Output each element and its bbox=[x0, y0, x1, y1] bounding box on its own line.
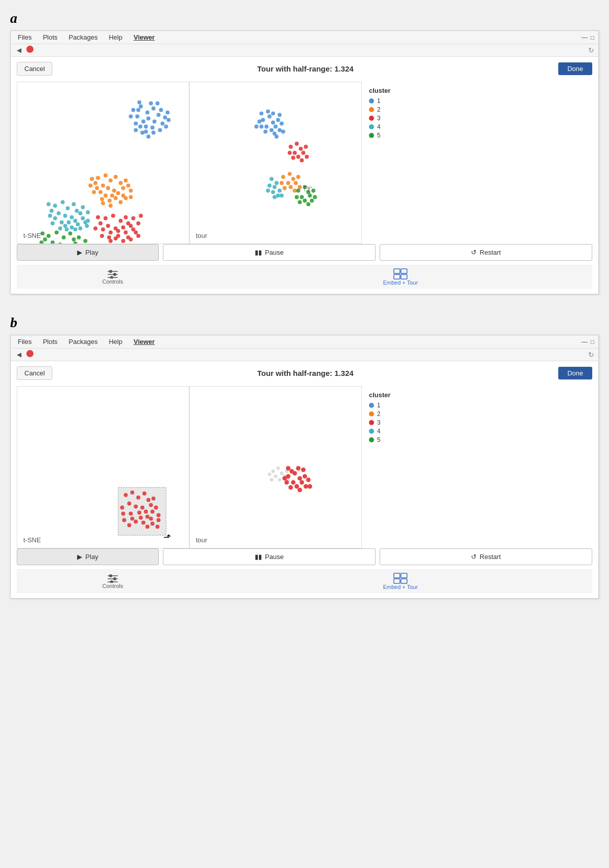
maximize-icon-a[interactable]: □ bbox=[591, 34, 594, 41]
stop-icon-a[interactable] bbox=[26, 46, 33, 55]
svg-point-179 bbox=[288, 172, 292, 176]
svg-point-0 bbox=[131, 108, 136, 112]
refresh-icon-b[interactable]: ↻ bbox=[588, 351, 594, 359]
svg-point-242 bbox=[139, 515, 143, 519]
svg-point-233 bbox=[120, 506, 124, 510]
svg-point-225 bbox=[137, 496, 141, 500]
svg-point-1 bbox=[139, 105, 143, 109]
svg-point-278 bbox=[296, 466, 300, 471]
svg-point-60 bbox=[104, 216, 108, 220]
svg-point-100 bbox=[50, 209, 54, 213]
svg-point-177 bbox=[300, 158, 304, 162]
svg-point-249 bbox=[150, 522, 154, 526]
svg-point-11 bbox=[149, 101, 153, 106]
svg-point-80 bbox=[107, 235, 111, 239]
svg-rect-219 bbox=[401, 269, 407, 273]
svg-point-73 bbox=[109, 230, 113, 234]
tour-cluster1-a bbox=[254, 110, 285, 139]
svg-point-40 bbox=[98, 190, 103, 194]
svg-point-206 bbox=[303, 199, 307, 203]
cancel-button-b[interactable]: Cancel bbox=[17, 366, 52, 380]
minimize-icon-a[interactable]: — bbox=[582, 34, 588, 41]
menu-packages-a[interactable]: Packages bbox=[65, 32, 100, 42]
svg-point-281 bbox=[308, 484, 312, 489]
menu-packages-b[interactable]: Packages bbox=[65, 337, 100, 346]
svg-point-273 bbox=[288, 485, 293, 490]
pause-button-b[interactable]: ▮▮ Pause bbox=[163, 548, 376, 565]
menu-viewer-b[interactable]: Viewer bbox=[130, 337, 158, 346]
svg-point-160 bbox=[266, 110, 270, 114]
svg-point-238 bbox=[154, 506, 158, 510]
svg-point-15 bbox=[139, 124, 143, 128]
svg-point-275 bbox=[306, 477, 311, 482]
plot-label-left-b: t-SNE bbox=[23, 536, 41, 544]
svg-point-49 bbox=[90, 177, 94, 181]
restart-button-b[interactable]: ↺ Restart bbox=[380, 548, 592, 565]
back-icon-a[interactable]: ◀ bbox=[15, 46, 23, 55]
menu-files-b[interactable]: Files bbox=[15, 337, 35, 346]
svg-point-56 bbox=[92, 190, 96, 194]
menu-plots-a[interactable]: Plots bbox=[40, 32, 60, 42]
menu-viewer-a[interactable]: Viewer bbox=[130, 32, 158, 42]
minimize-icon-b[interactable]: — bbox=[582, 338, 588, 345]
controls-area-a[interactable]: Controls bbox=[17, 269, 209, 285]
svg-rect-290 bbox=[394, 579, 400, 583]
legend-item-2-b: 2 bbox=[369, 410, 391, 418]
svg-point-10 bbox=[163, 116, 167, 120]
svg-point-21 bbox=[150, 125, 154, 129]
svg-point-235 bbox=[150, 509, 154, 513]
svg-point-62 bbox=[119, 219, 123, 223]
controls-row-b: ▶ Play ▮▮ Pause ↺ Restart bbox=[17, 548, 592, 565]
svg-point-59 bbox=[109, 203, 113, 207]
maximize-icon-b[interactable]: □ bbox=[591, 338, 594, 345]
svg-point-285 bbox=[113, 577, 116, 580]
svg-point-27 bbox=[146, 134, 150, 138]
play-button-a[interactable]: ▶ Play bbox=[17, 244, 159, 261]
done-button-b[interactable]: Done bbox=[558, 367, 592, 379]
controls-area-b[interactable]: Controls bbox=[17, 574, 209, 589]
plot-left-b: ⬏ t-SNE bbox=[17, 386, 189, 548]
embed-label-a: Embed + Tour bbox=[383, 280, 418, 286]
svg-point-256 bbox=[280, 471, 283, 475]
play-button-b[interactable]: ▶ Play bbox=[17, 548, 159, 565]
svg-point-234 bbox=[144, 509, 148, 513]
embed-area-a[interactable]: Embed + Tour bbox=[209, 268, 592, 286]
stop-icon-b[interactable] bbox=[26, 350, 33, 359]
svg-point-190 bbox=[269, 177, 274, 181]
menu-help-a[interactable]: Help bbox=[106, 32, 125, 42]
svg-point-17 bbox=[165, 111, 170, 115]
menu-files-a[interactable]: Files bbox=[15, 32, 35, 42]
svg-point-39 bbox=[124, 179, 128, 183]
svg-rect-289 bbox=[401, 573, 407, 578]
legend-a: cluster 1 2 3 4 bbox=[362, 82, 398, 146]
pause-button-a[interactable]: ▮▮ Pause bbox=[163, 244, 376, 261]
svg-point-117 bbox=[73, 227, 77, 231]
svg-point-261 bbox=[278, 478, 281, 481]
header-row-a: Cancel Tour with half-range: 1.324 Done bbox=[17, 62, 592, 76]
cancel-button-a[interactable]: Cancel bbox=[17, 62, 52, 76]
svg-point-148 bbox=[267, 115, 272, 119]
bottom-row-b: Controls Embed + Tour bbox=[17, 569, 592, 593]
plots-with-legend-b: ⬏ t-SNE bbox=[17, 386, 592, 548]
restart-button-a[interactable]: ↺ Restart bbox=[380, 244, 592, 261]
back-icon-b[interactable]: ◀ bbox=[15, 350, 23, 359]
legend-item-2-a: 2 bbox=[369, 106, 391, 113]
svg-point-151 bbox=[274, 124, 278, 128]
rstudio-panel-b: Files Plots Packages Help Viewer — □ ◀ ↻… bbox=[10, 335, 599, 599]
legend-item-5-b: 5 bbox=[369, 436, 391, 443]
cluster3-a bbox=[93, 214, 143, 243]
menu-help-b[interactable]: Help bbox=[106, 337, 125, 346]
svg-point-223 bbox=[124, 493, 128, 497]
embed-area-b[interactable]: Embed + Tour bbox=[209, 573, 592, 590]
done-button-a[interactable]: Done bbox=[558, 62, 592, 75]
svg-point-125 bbox=[51, 240, 55, 244]
plot-label-left-a: t-SNE bbox=[23, 232, 41, 239]
menu-plots-b[interactable]: Plots bbox=[40, 337, 60, 346]
svg-point-78 bbox=[96, 215, 100, 219]
svg-point-162 bbox=[278, 113, 282, 117]
legend-title-b: cluster bbox=[369, 391, 391, 399]
svg-point-51 bbox=[108, 199, 112, 203]
svg-point-44 bbox=[104, 194, 108, 198]
refresh-icon-a[interactable]: ↻ bbox=[588, 46, 594, 54]
svg-point-23 bbox=[158, 128, 162, 132]
